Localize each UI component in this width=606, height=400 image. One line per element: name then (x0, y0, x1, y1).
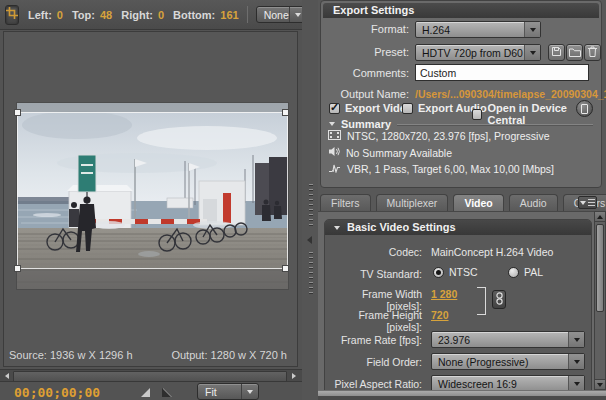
format-dropdown[interactable]: H.264 (415, 21, 541, 38)
set-in-point-icon[interactable] (141, 388, 150, 397)
field-order-dropdown[interactable]: None (Progressive) (431, 353, 585, 370)
summary-bitrate-row: VBR, 1 Pass, Target 6,00, Max 10,00 [Mbp… (328, 162, 554, 175)
chevron-down-icon (568, 332, 584, 347)
trash-icon (587, 45, 598, 60)
vertical-scrollbar[interactable] (594, 211, 606, 390)
crop-frame[interactable] (17, 112, 288, 269)
delete-preset-button[interactable] (584, 44, 601, 61)
folder-icon (569, 45, 581, 60)
checkbox-unchecked-icon[interactable] (402, 103, 413, 114)
link-dimensions-toggle[interactable] (492, 290, 506, 309)
collapse-pane-icon[interactable] (307, 236, 312, 244)
frame-height-value[interactable]: 720 (431, 309, 449, 321)
chevron-down-icon (241, 384, 258, 399)
chevron-down-icon (568, 354, 584, 369)
crop-dim-bottom (17, 268, 288, 289)
pane-splitter[interactable] (302, 0, 318, 400)
export-video-checkbox[interactable]: Export Video (329, 102, 413, 114)
scroll-up-icon[interactable] (595, 212, 605, 222)
checkbox-checked-icon[interactable] (329, 103, 340, 114)
crop-handle-top-left[interactable] (14, 109, 21, 116)
import-preset-button[interactable] (566, 44, 583, 61)
format-label: Format: (321, 23, 409, 35)
crop-right-value[interactable]: 0 (158, 9, 164, 21)
preset-dropdown[interactable]: HDTV 720p from D60 (415, 44, 541, 61)
codec-label: Codec: (325, 246, 422, 258)
pixel-aspect-ratio-label: Pixel Aspect Ratio: (325, 378, 422, 390)
frame-height-label: Frame Height [pixels]: (325, 309, 422, 333)
crop-bottom-label: Bottom: (173, 9, 215, 21)
chevron-down-icon (568, 376, 584, 391)
tv-standard-pal-radio[interactable]: PAL (508, 266, 543, 278)
summary-audio-row: No Summary Available (328, 146, 452, 159)
vertical-scrollbar-thumb[interactable] (596, 224, 604, 312)
format-value: H.264 (422, 24, 450, 36)
summary-video-text: NTSC, 1280x720, 23.976 [fps], Progressiv… (347, 130, 550, 142)
comments-input[interactable]: Custom (415, 64, 589, 81)
frame-rate-label: Frame Rate [fps]: (325, 334, 422, 346)
preset-value: HDTV 720p from D60 (422, 47, 523, 59)
scroll-down-icon[interactable] (595, 379, 605, 389)
horizontal-scrollbar-thumb[interactable] (13, 371, 287, 382)
basic-video-settings-header[interactable]: Basic Video Settings (325, 220, 591, 235)
field-order-value: None (Progressive) (438, 356, 528, 368)
current-timecode[interactable]: 00;00;00;00 (14, 385, 100, 400)
crop-handle-top-right[interactable] (282, 109, 289, 116)
disclosure-triangle-icon[interactable] (329, 122, 335, 126)
summary-audio-text: No Summary Available (346, 147, 452, 159)
crop-tool-button[interactable] (5, 5, 19, 25)
chain-link-icon (495, 292, 504, 308)
disclosure-triangle-icon[interactable] (334, 226, 340, 230)
output-name-link[interactable]: /Users/...090304/timelapse_20090304_1.mp… (415, 88, 606, 100)
source-preview-pane: Left: 0 Top: 48 Right: 0 Bottom: 161 Non… (0, 0, 302, 400)
crop-bottom-value[interactable]: 161 (220, 9, 238, 21)
crop-handle-bottom-right[interactable] (282, 265, 289, 272)
tab-filters[interactable]: Filters (320, 194, 371, 211)
scroll-left-icon[interactable] (1, 371, 13, 380)
settings-tabbar: Filters Multiplexer Video Audio Others (320, 194, 606, 211)
crop-dim-top (17, 103, 288, 112)
horizontal-scrollbar[interactable] (0, 369, 302, 382)
radio-unselected-icon[interactable] (508, 267, 519, 278)
crop-top-label: Top: (72, 9, 95, 21)
summary-section-header[interactable]: Summary (329, 118, 391, 130)
comments-label: Comments: (321, 67, 409, 79)
save-preset-icon (551, 45, 562, 60)
crop-handle-bottom-left[interactable] (14, 265, 21, 272)
frame-width-value[interactable]: 1 280 (431, 288, 457, 300)
splitter-grip[interactable] (309, 252, 313, 296)
checkbox-unchecked-icon[interactable] (472, 109, 482, 120)
crop-proportions-dropdown[interactable]: None (256, 6, 307, 23)
set-out-point-icon[interactable] (162, 388, 171, 397)
crop-top-value[interactable]: 48 (100, 9, 112, 21)
zoom-level-dropdown[interactable]: Fit (197, 383, 259, 400)
tab-multiplexer[interactable]: Multiplexer (376, 194, 449, 211)
tv-standard-ntsc-radio[interactable]: NTSC (433, 266, 478, 278)
export-settings-panel: Export Settings Format: H.264 Preset: HD… (320, 0, 602, 188)
device-central-icon[interactable] (576, 100, 593, 117)
save-preset-button[interactable] (548, 44, 565, 61)
codec-value: MainConcept H.264 Video (431, 246, 553, 258)
crop-left-value[interactable]: 0 (57, 9, 63, 21)
crop-right-label: Right: (121, 9, 153, 21)
export-settings-title: Export Settings (323, 3, 599, 18)
radio-selected-icon[interactable] (433, 267, 444, 278)
menu-lines-icon (588, 199, 595, 206)
bitrate-icon (328, 162, 341, 175)
chevron-down-icon (580, 201, 586, 205)
device-glyph (581, 104, 588, 114)
scroll-right-icon[interactable] (288, 371, 300, 380)
crop-left-label: Left: (28, 9, 52, 21)
tab-video[interactable]: Video (453, 194, 503, 211)
transport-bar: 00;00;00;00 Fit (0, 382, 302, 400)
crop-icon (6, 7, 18, 22)
pixel-aspect-ratio-value: Widescreen 16:9 (438, 378, 517, 390)
tab-audio[interactable]: Audio (509, 194, 558, 211)
panel-menu-button[interactable] (578, 196, 597, 209)
source-dimensions: Source: 1936 w X 1296 h (9, 349, 133, 361)
crop-proportions-value: None (264, 9, 289, 21)
splitter-grip[interactable] (309, 184, 313, 228)
basic-video-settings-title: Basic Video Settings (347, 221, 456, 233)
frame-rate-dropdown[interactable]: 23.976 (431, 331, 585, 348)
video-preview-image (17, 103, 288, 289)
